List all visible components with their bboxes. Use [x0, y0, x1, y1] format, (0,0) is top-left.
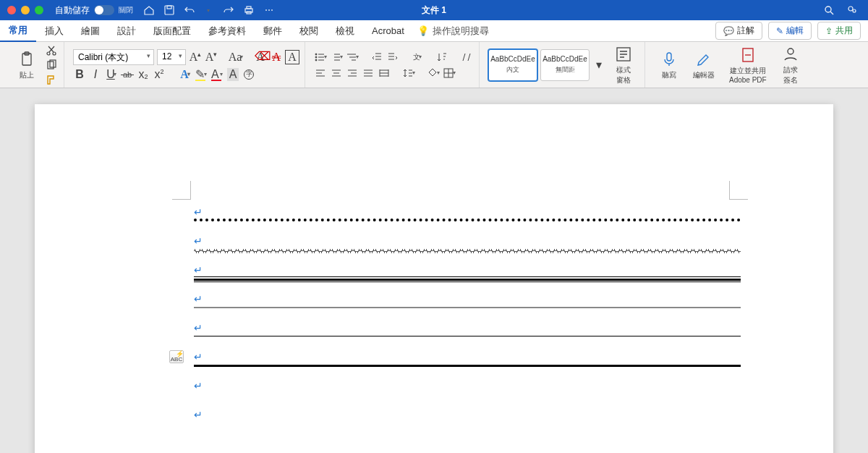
- request-sign-button[interactable]: 請求 簽名: [775, 42, 806, 88]
- svg-point-10: [47, 52, 50, 55]
- strikethrough[interactable]: ab: [121, 68, 134, 81]
- bold[interactable]: B: [73, 68, 86, 81]
- pdf-icon: [739, 46, 757, 64]
- print-icon[interactable]: [243, 4, 255, 16]
- superscript[interactable]: x2: [153, 68, 166, 81]
- tab-acrobat[interactable]: Acrobat: [363, 20, 413, 42]
- undo-dropdown[interactable]: ▾: [203, 4, 214, 16]
- paragraph-6[interactable]: ABC ↵: [194, 350, 741, 368]
- tell-me[interactable]: 💡 操作說明搜尋: [417, 25, 489, 38]
- redo-icon[interactable]: [223, 4, 234, 16]
- tab-draw[interactable]: 繪圖: [72, 20, 109, 42]
- share-button[interactable]: ⇪共用: [817, 22, 861, 40]
- pencil-icon: ✎: [776, 26, 783, 36]
- borders[interactable]: ▾: [443, 67, 456, 80]
- tab-home[interactable]: 常用: [0, 20, 36, 42]
- svg-rect-1: [167, 6, 171, 9]
- autosave-state: 關閉: [119, 5, 133, 15]
- line-spacing[interactable]: ▾: [402, 67, 415, 80]
- tab-insert[interactable]: 插入: [36, 20, 72, 42]
- page[interactable]: ↵ ↵ ↵ ↵ ↵ ABC ↵ ↵ ↵: [35, 104, 833, 453]
- phonetic-guide[interactable]: abcA: [270, 51, 283, 64]
- page-content[interactable]: ↵ ↵ ↵ ↵ ↵ ABC ↵ ↵ ↵: [194, 206, 741, 437]
- grow-font[interactable]: A▴: [189, 51, 202, 64]
- minimize-window[interactable]: [21, 6, 30, 14]
- tab-references[interactable]: 參考資料: [200, 20, 255, 42]
- editor-button[interactable]: 編輯器: [687, 42, 720, 88]
- document-title: 文件 1: [422, 4, 446, 17]
- tab-design[interactable]: 設計: [109, 20, 145, 42]
- align-left[interactable]: [314, 67, 327, 80]
- para-mark-icon: ↵: [194, 264, 203, 276]
- shading[interactable]: ▾: [427, 67, 440, 80]
- autocorrect-options-icon[interactable]: ABC: [169, 350, 184, 363]
- zoom-window[interactable]: [35, 6, 43, 14]
- sort[interactable]: [435, 51, 448, 64]
- font-name-select[interactable]: Calibri (本文): [73, 49, 154, 65]
- italic[interactable]: I: [89, 68, 102, 81]
- document-canvas[interactable]: ↵ ↵ ↵ ↵ ↵ ABC ↵ ↵ ↵: [0, 88, 868, 453]
- autosave-switch[interactable]: [94, 5, 114, 15]
- paragraph-8[interactable]: ↵: [194, 408, 741, 426]
- shrink-font[interactable]: A▾: [205, 51, 218, 64]
- highlight[interactable]: ✎▾: [195, 68, 208, 81]
- styles-pane-button[interactable]: 樣式 窗格: [608, 45, 639, 85]
- cut-icon[interactable]: [45, 44, 58, 57]
- dictate-button[interactable]: 聽寫: [654, 42, 684, 88]
- autosave-toggle[interactable]: 自動儲存 關閉: [55, 4, 133, 17]
- show-marks[interactable]: [460, 51, 473, 64]
- save-icon[interactable]: [163, 4, 175, 16]
- paragraph-2[interactable]: ↵: [194, 234, 741, 252]
- font-size-select[interactable]: 12: [157, 49, 186, 65]
- style-normal[interactable]: AaBbCcDdEe 內文: [488, 49, 537, 81]
- align-right[interactable]: [346, 67, 359, 80]
- search-icon[interactable]: [823, 4, 835, 16]
- clipboard-icon: [17, 50, 36, 69]
- enclose-char[interactable]: 字: [242, 68, 255, 81]
- qat-more[interactable]: ⋯: [263, 4, 275, 16]
- ribbon: 貼上 Calibri (本文) 12 A▴ A▾ Aa▾ A⌫ abcA A B…: [0, 42, 868, 88]
- para-mark-icon: ↵: [194, 409, 203, 420]
- para-mark-icon: ↵: [194, 380, 203, 391]
- editing-mode-button[interactable]: ✎編輯: [768, 22, 812, 40]
- tab-mailings[interactable]: 郵件: [255, 20, 291, 42]
- justify[interactable]: [362, 67, 375, 80]
- char-shading[interactable]: A: [226, 68, 239, 81]
- tab-layout[interactable]: 版面配置: [145, 20, 200, 42]
- paragraph-1[interactable]: ↵: [194, 206, 741, 223]
- copy-icon[interactable]: [45, 59, 58, 72]
- char-border[interactable]: A: [286, 51, 299, 64]
- paragraph-5[interactable]: ↵: [194, 321, 741, 339]
- distributed[interactable]: [378, 67, 391, 80]
- paste-button[interactable]: 貼上: [12, 50, 42, 80]
- close-window[interactable]: [7, 6, 16, 14]
- margin-marker-tr: [729, 181, 748, 200]
- align-center[interactable]: [330, 67, 343, 80]
- subscript[interactable]: x2: [137, 68, 150, 81]
- format-painter-icon[interactable]: [45, 73, 58, 86]
- tab-review[interactable]: 校閱: [291, 20, 327, 42]
- home-icon[interactable]: [143, 4, 155, 16]
- increase-indent[interactable]: [386, 51, 399, 64]
- text-effects[interactable]: A▾: [179, 68, 192, 81]
- multilevel-list[interactable]: ▾: [346, 51, 359, 64]
- font-color[interactable]: A▾: [210, 68, 224, 81]
- decrease-indent[interactable]: [370, 51, 383, 64]
- clear-formatting-icon[interactable]: A⌫: [254, 51, 267, 64]
- paragraph-7[interactable]: ↵: [194, 379, 741, 397]
- style-no-spacing[interactable]: AaBbCcDdEe 無間距: [540, 49, 590, 81]
- asian-layout[interactable]: 文▾: [411, 51, 424, 64]
- undo-icon[interactable]: [184, 4, 195, 16]
- bullets[interactable]: ▾: [314, 51, 327, 64]
- comments-button[interactable]: 💬註解: [715, 22, 762, 40]
- underline[interactable]: U▾: [105, 68, 118, 81]
- paragraph-3[interactable]: ↵: [194, 263, 741, 281]
- tab-view[interactable]: 檢視: [327, 20, 363, 42]
- numbering[interactable]: ▾: [330, 51, 343, 64]
- share-icon: ⇪: [825, 26, 833, 36]
- account-icon[interactable]: [846, 4, 858, 16]
- styles-more[interactable]: ▾: [592, 59, 605, 72]
- change-case[interactable]: Aa▾: [229, 51, 242, 64]
- adobe-pdf-button[interactable]: 建立並共用 Adobe PDF: [723, 42, 773, 88]
- paragraph-4[interactable]: ↵: [194, 292, 741, 310]
